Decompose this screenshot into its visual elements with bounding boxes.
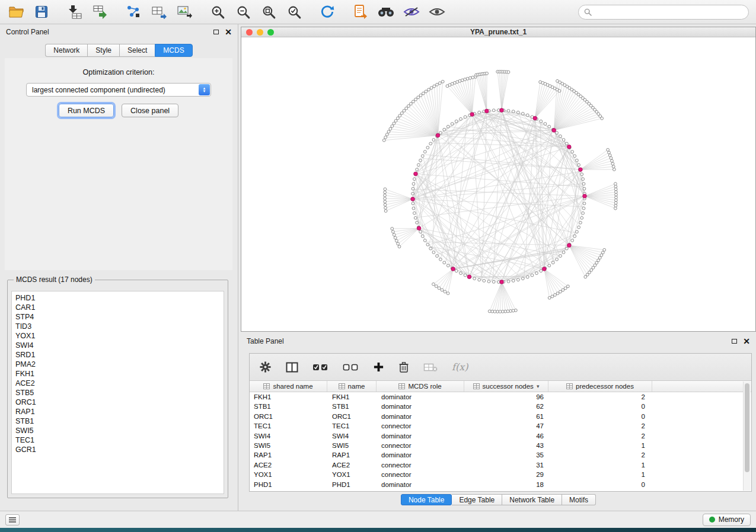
mcds-list-item[interactable]: ORC1 bbox=[15, 398, 224, 407]
tab-edge-table[interactable]: Edge Table bbox=[452, 494, 502, 505]
network-canvas[interactable] bbox=[241, 37, 755, 331]
add-row-button[interactable] bbox=[373, 361, 384, 373]
table-row[interactable]: TEC1TEC1connector472 bbox=[250, 421, 743, 431]
network-window-titlebar[interactable]: YPA_prune.txt_1 bbox=[241, 27, 755, 37]
search-input[interactable] bbox=[595, 8, 743, 16]
table-scrollbar[interactable] bbox=[743, 382, 751, 491]
column-header-successor-nodes[interactable]: successor nodes ▾ bbox=[464, 381, 548, 392]
run-mcds-button[interactable]: Run MCDS bbox=[59, 104, 114, 117]
tab-motifs[interactable]: Motifs bbox=[562, 494, 596, 505]
select-all-button[interactable] bbox=[312, 363, 328, 372]
filter-button[interactable] bbox=[403, 3, 420, 21]
table-row[interactable]: SWI4SWI4dominator462 bbox=[250, 431, 743, 441]
zoom-fit-button[interactable] bbox=[260, 3, 277, 21]
table-panel-titlebar: Table Panel ✕ bbox=[241, 334, 756, 349]
zoom-selected-button[interactable] bbox=[285, 3, 303, 21]
network-window: YPA_prune.txt_1 bbox=[241, 27, 756, 332]
mcds-list-item[interactable]: YOX1 bbox=[15, 331, 224, 341]
search-box[interactable] bbox=[578, 5, 749, 20]
table-cell: 1 bbox=[548, 470, 652, 479]
mcds-list-item[interactable]: TID3 bbox=[15, 322, 224, 331]
export-table-button[interactable] bbox=[91, 3, 109, 21]
hide-column-button[interactable] bbox=[423, 363, 438, 372]
table-row[interactable]: ACE2ACE2connector311 bbox=[250, 460, 743, 470]
column-header-shared-name[interactable]: shared name bbox=[250, 381, 327, 392]
table-row[interactable]: FKH1FKH1dominator962 bbox=[250, 392, 743, 402]
float-panel-icon[interactable] bbox=[213, 30, 219, 34]
table-row[interactable]: RAP1RAP1dominator352 bbox=[250, 450, 743, 460]
table-cell: connector bbox=[377, 460, 464, 470]
task-history-button[interactable] bbox=[5, 514, 20, 525]
delete-row-button[interactable] bbox=[398, 361, 409, 373]
mcds-list-item[interactable]: ACE2 bbox=[15, 379, 224, 388]
tab-network-table[interactable]: Network Table bbox=[502, 494, 562, 505]
zoom-fit-icon bbox=[261, 5, 276, 20]
clone-network-button[interactable] bbox=[352, 3, 369, 21]
mcds-list-item[interactable]: STB5 bbox=[15, 388, 224, 398]
close-window-button[interactable] bbox=[246, 29, 253, 36]
mcds-result-list[interactable]: PHD1CAR1STP4TID3YOX1SWI4SRD1PMA2FKH1ACE2… bbox=[11, 291, 224, 494]
refresh-button[interactable] bbox=[318, 3, 336, 21]
export-image-button[interactable] bbox=[176, 3, 193, 21]
table-cell: SWI4 bbox=[250, 431, 327, 441]
table-settings-button[interactable] bbox=[259, 361, 272, 373]
mcds-list-item[interactable]: CAR1 bbox=[15, 303, 224, 312]
column-header-mcds-role[interactable]: MCDS role bbox=[377, 381, 464, 392]
memory-button[interactable]: Memory bbox=[703, 514, 751, 526]
zoom-out-button[interactable] bbox=[234, 3, 252, 21]
dropdown-stepper-icon: ▲▼ bbox=[199, 84, 210, 95]
gear-icon bbox=[259, 361, 272, 373]
table-row[interactable]: PHD1PHD1dominator180 bbox=[250, 480, 743, 489]
mcds-list-item[interactable]: SWI5 bbox=[15, 426, 224, 435]
mcds-result-title: MCDS result (17 nodes) bbox=[14, 275, 95, 284]
mcds-list-item[interactable]: STB1 bbox=[15, 416, 224, 426]
mcds-list-item[interactable]: GCR1 bbox=[15, 445, 224, 454]
mcds-list-item[interactable]: PMA2 bbox=[15, 360, 224, 369]
show-graphics-details-button[interactable] bbox=[428, 3, 446, 21]
import-network-button[interactable] bbox=[125, 3, 142, 21]
mcds-list-item[interactable]: STP4 bbox=[15, 312, 224, 322]
tab-style[interactable]: Style bbox=[87, 44, 119, 57]
close-panel-button[interactable]: Close panel bbox=[122, 104, 178, 117]
tab-select[interactable]: Select bbox=[119, 44, 155, 57]
table-cell: dominator bbox=[377, 392, 464, 402]
close-table-panel-icon[interactable]: ✕ bbox=[743, 338, 750, 344]
column-header-predecessor-nodes[interactable]: predecessor nodes bbox=[548, 381, 652, 392]
apply-function-button[interactable]: f(x) bbox=[452, 361, 468, 373]
table-row[interactable]: YOX1YOX1connector291 bbox=[250, 470, 743, 479]
mcds-list-item[interactable]: TEC1 bbox=[15, 435, 224, 445]
tab-network[interactable]: Network bbox=[45, 44, 87, 57]
table-row[interactable]: ORC1ORC1dominator610 bbox=[250, 412, 743, 421]
mcds-list-item[interactable]: SRD1 bbox=[15, 350, 224, 360]
node-table-container: f(x) shared name name MCDS role bbox=[249, 353, 752, 492]
file-group bbox=[7, 3, 50, 21]
export-network-button[interactable] bbox=[150, 3, 168, 21]
tab-mcds[interactable]: MCDS bbox=[155, 44, 192, 57]
zoom-in-button[interactable] bbox=[209, 3, 227, 21]
show-columns-button[interactable] bbox=[286, 362, 298, 373]
table-row[interactable]: SWI5SWI5connector431 bbox=[250, 441, 743, 450]
optimization-criterion-dropdown[interactable]: largest connected component (undirected)… bbox=[26, 83, 211, 97]
close-panel-icon[interactable]: ✕ bbox=[225, 29, 232, 35]
column-header-name[interactable]: name bbox=[327, 381, 377, 392]
table-row[interactable]: STB1STB1dominator620 bbox=[250, 402, 743, 411]
mcds-list-item[interactable]: SWI4 bbox=[15, 341, 224, 350]
table-cell: SWI5 bbox=[250, 441, 327, 450]
scrollbar-thumb[interactable] bbox=[745, 383, 749, 472]
import-table-button[interactable] bbox=[66, 3, 84, 21]
maximize-window-button[interactable] bbox=[267, 29, 274, 36]
open-file-button[interactable] bbox=[7, 3, 25, 21]
network-graph[interactable] bbox=[241, 37, 755, 331]
find-button[interactable] bbox=[377, 3, 395, 21]
tab-node-table[interactable]: Node Table bbox=[401, 494, 452, 505]
list-icon bbox=[8, 517, 17, 523]
float-table-panel-icon[interactable] bbox=[732, 339, 737, 344]
mcds-list-item[interactable]: PHD1 bbox=[15, 293, 224, 303]
save-button[interactable] bbox=[33, 3, 50, 21]
mcds-list-item[interactable]: RAP1 bbox=[15, 407, 224, 416]
unselect-all-button[interactable] bbox=[343, 363, 359, 372]
mcds-list-item[interactable]: FKH1 bbox=[15, 369, 224, 379]
mcds-tab-panel: Optimization criterion: largest connecte… bbox=[5, 58, 232, 270]
minimize-window-button[interactable] bbox=[257, 29, 263, 36]
table-cell: FKH1 bbox=[327, 392, 377, 402]
